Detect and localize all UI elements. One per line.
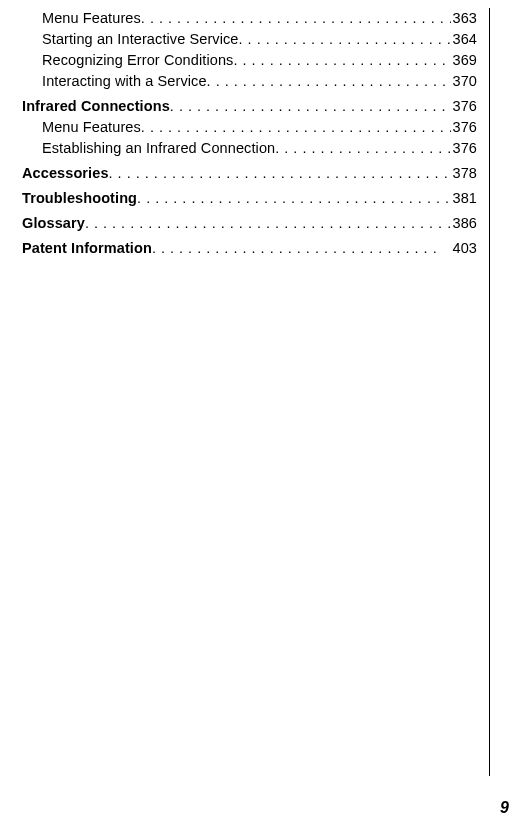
toc-row: Patent Information403 [22,238,477,259]
toc-label: Troubleshooting [22,188,137,209]
toc-page: 378 [451,163,478,184]
toc-row: Accessories378 [22,163,477,184]
toc-page: 386 [451,213,478,234]
toc-page: 370 [451,71,478,92]
toc-label: Recognizing Error Conditions [42,50,233,71]
toc-page: 364 [451,29,478,50]
toc-label: Patent Information [22,238,152,259]
toc-leader-dots [239,29,451,50]
toc-row: Interacting with a Service370 [22,71,477,92]
toc-page: 376 [451,138,478,159]
toc-row: Recognizing Error Conditions369 [22,50,477,71]
toc-page: 376 [451,117,478,138]
toc-row: Infrared Connections376 [22,96,477,117]
toc-label: Accessories [22,163,109,184]
toc-label: Infrared Connections [22,96,170,117]
toc-row: Menu Features363 [22,8,477,29]
toc-row: Menu Features376 [22,117,477,138]
toc-label: Interacting with a Service [42,71,207,92]
toc-leader-dots [109,163,451,184]
toc-row: Glossary386 [22,213,477,234]
page-number: 9 [500,799,509,817]
toc-page: 363 [451,8,478,29]
toc-leader-dots [137,188,450,209]
toc-row: Starting an Interactive Service364 [22,29,477,50]
toc-label: Menu Features [42,117,141,138]
toc-leader-dots [233,50,450,71]
toc-content: Menu Features363Starting an Interactive … [22,8,490,776]
toc-leader-dots [85,213,451,234]
toc-page: 381 [451,188,478,209]
toc-label: Menu Features [42,8,141,29]
toc-leader-dots [170,96,451,117]
toc-leader-dots [275,138,450,159]
toc-leader-dots [207,71,451,92]
toc-page: 376 [451,96,478,117]
toc-leader-dots [141,8,451,29]
toc-label: Starting an Interactive Service [42,29,239,50]
toc-label: Glossary [22,213,85,234]
toc-page: 369 [451,50,478,71]
toc-row: Establishing an Infrared Connection376 [22,138,477,159]
toc-label: Establishing an Infrared Connection [42,138,275,159]
toc-leader-dots [141,117,451,138]
toc-page: 403 [443,238,478,259]
toc-leader-dots [152,238,443,259]
toc-row: Troubleshooting381 [22,188,477,209]
